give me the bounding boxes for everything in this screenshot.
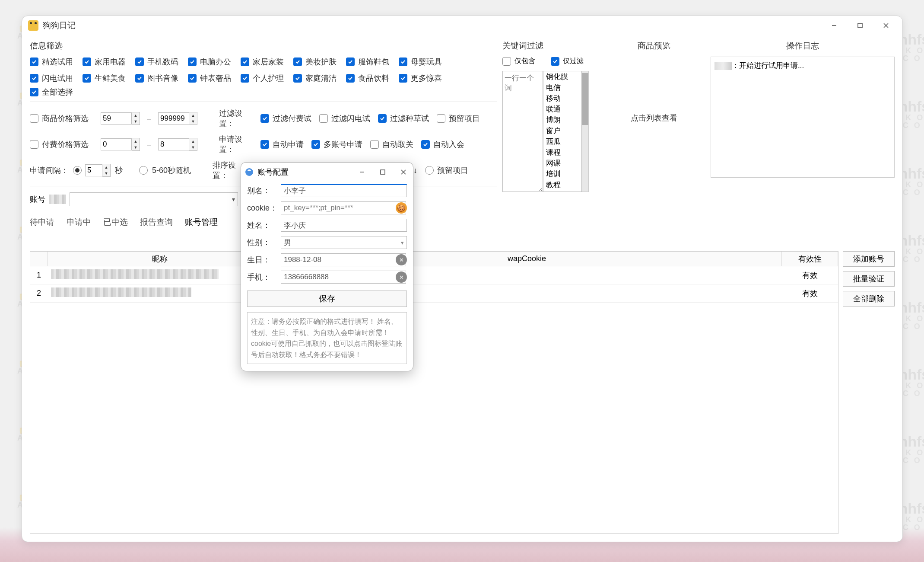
category-label: 图书音像 (147, 73, 178, 83)
category-label: 闪电试用 (42, 73, 73, 83)
birth-input[interactable] (281, 253, 406, 266)
applyopts-checkbox-0[interactable] (260, 140, 269, 149)
account-label: 账号 (30, 194, 45, 204)
price-filter-checkbox[interactable] (30, 114, 38, 123)
svg-rect-1 (858, 23, 862, 28)
category-label: 母婴玩具 (411, 57, 442, 67)
side-button-0[interactable]: 添加账号 (843, 251, 895, 267)
paid-max-input[interactable]: ▲▼ (158, 138, 197, 151)
keyword-item[interactable]: 西瓜 (543, 136, 581, 147)
account-select[interactable] (70, 192, 238, 206)
minimize-button[interactable] (821, 17, 847, 34)
paid-min-input[interactable]: ▲▼ (101, 138, 140, 151)
category-checkbox-4[interactable] (241, 57, 249, 66)
tab-3[interactable]: 报告查询 (140, 217, 173, 228)
sortopts-radio-3[interactable] (425, 166, 434, 175)
keyword-item[interactable]: 窗户 (543, 125, 581, 136)
close-button[interactable] (873, 17, 899, 34)
keyword-textarea[interactable] (502, 71, 543, 192)
category-checkbox-10[interactable] (135, 74, 144, 83)
keyword-item[interactable]: 电信 (543, 82, 581, 93)
name-input[interactable] (281, 219, 407, 232)
modal-title: 账号配置 (257, 167, 289, 177)
interval-fixed-radio[interactable] (73, 166, 82, 175)
user-icon (245, 168, 253, 176)
category-checkbox-12[interactable] (241, 74, 249, 83)
category-label: 钟表奢品 (200, 73, 231, 83)
category-checkbox-13[interactable] (293, 74, 302, 83)
keyword-list[interactable]: 钢化膜电信移动联通博朗窗户西瓜课程网课培训教程无实物测评 (543, 71, 582, 192)
keyword-scrollbar[interactable] (582, 71, 589, 192)
keyword-item[interactable]: 教程 (543, 179, 581, 190)
cookie-input[interactable] (281, 201, 406, 214)
tab-0[interactable]: 待申请 (30, 217, 54, 228)
interval-random-radio[interactable] (139, 166, 148, 175)
keyword-item[interactable]: 博朗 (543, 115, 581, 125)
filter-title: 信息筛选 (30, 40, 497, 51)
keyword-item[interactable]: 无实物 (543, 190, 581, 192)
side-button-1[interactable]: 批量验证 (843, 271, 895, 287)
tab-1[interactable]: 申请中 (67, 217, 91, 228)
save-button[interactable]: 保存 (247, 291, 407, 307)
category-label: 精选试用 (42, 57, 73, 67)
applyopts-checkbox-2[interactable] (370, 140, 379, 149)
category-checkbox-9[interactable] (83, 74, 91, 83)
only-filter-checkbox[interactable] (551, 57, 559, 66)
only-contain-checkbox[interactable] (502, 57, 511, 66)
category-checkbox-11[interactable] (188, 74, 197, 83)
alias-input[interactable] (281, 184, 407, 197)
col-valid[interactable]: 有效性 (782, 252, 838, 266)
keyword-item[interactable]: 课程 (543, 147, 581, 158)
paid-filter-checkbox[interactable] (30, 140, 38, 149)
category-checkbox-8[interactable] (30, 74, 38, 83)
category-checkbox-14[interactable] (346, 74, 355, 83)
select-all-checkbox[interactable] (30, 88, 38, 96)
filteropts-checkbox-2[interactable] (378, 114, 387, 123)
category-checkbox-1[interactable] (83, 57, 91, 66)
app-icon (28, 20, 38, 31)
modal-note: 注意：请务必按照正确的格式进行填写！ 姓名、性别、生日、手机、为自动入会申请时所… (247, 312, 407, 364)
tab-2[interactable]: 已中选 (103, 217, 128, 228)
category-checkbox-15[interactable] (399, 74, 407, 83)
price-max-input[interactable]: ▲▼ (158, 112, 197, 125)
account-table: 昵称 wapCookie 有效性 1 有效2 有效 (30, 251, 838, 534)
category-checkbox-5[interactable] (293, 57, 302, 66)
category-label: 手机数码 (147, 57, 178, 67)
clear-birth-icon[interactable]: ✕ (396, 254, 407, 265)
modal-close-button[interactable] (398, 169, 409, 175)
category-label: 美妆护肤 (305, 57, 337, 67)
category-checkbox-3[interactable] (188, 57, 197, 66)
category-checkbox-0[interactable] (30, 57, 38, 66)
price-min-input[interactable]: ▲▼ (101, 112, 140, 125)
keyword-item[interactable]: 网课 (543, 158, 581, 169)
keyword-item[interactable]: 联通 (543, 104, 581, 115)
filteropts-checkbox-0[interactable] (260, 114, 269, 123)
filteropts-checkbox-1[interactable] (319, 114, 328, 123)
filteropts-checkbox-3[interactable] (437, 114, 445, 123)
maximize-button[interactable] (847, 17, 873, 34)
gender-select[interactable]: 男 (281, 236, 407, 249)
modal-maximize-button[interactable] (378, 169, 388, 175)
table-row[interactable]: 2 有效 (30, 284, 838, 303)
tab-4[interactable]: 账号管理 (185, 217, 218, 228)
category-checkbox-6[interactable] (346, 57, 355, 66)
select-all-label: 全部选择 (42, 87, 73, 97)
titlebar: 狗狗日记 (22, 16, 902, 35)
applyopts-checkbox-1[interactable] (311, 140, 320, 149)
table-row[interactable]: 1 有效 (30, 266, 838, 284)
keyword-item[interactable]: 培训 (543, 169, 581, 179)
modal-minimize-button[interactable] (357, 169, 367, 175)
keyword-item[interactable]: 钢化膜 (543, 71, 581, 82)
phone-input[interactable] (281, 271, 406, 284)
applyopts-checkbox-3[interactable] (421, 140, 430, 149)
category-label: 家用电器 (95, 57, 126, 67)
category-checkbox-7[interactable] (399, 57, 407, 66)
keyword-item[interactable]: 移动 (543, 93, 581, 104)
category-checkbox-2[interactable] (135, 57, 144, 66)
side-button-2[interactable]: 全部删除 (843, 291, 895, 307)
cookie-fetch-icon[interactable]: 🍪 (396, 202, 407, 214)
interval-seconds-input[interactable]: ▲▼ (85, 164, 111, 177)
clear-phone-icon[interactable]: ✕ (396, 271, 407, 283)
category-label: 电脑办公 (200, 57, 231, 67)
col-nickname[interactable]: 昵称 (48, 252, 272, 266)
